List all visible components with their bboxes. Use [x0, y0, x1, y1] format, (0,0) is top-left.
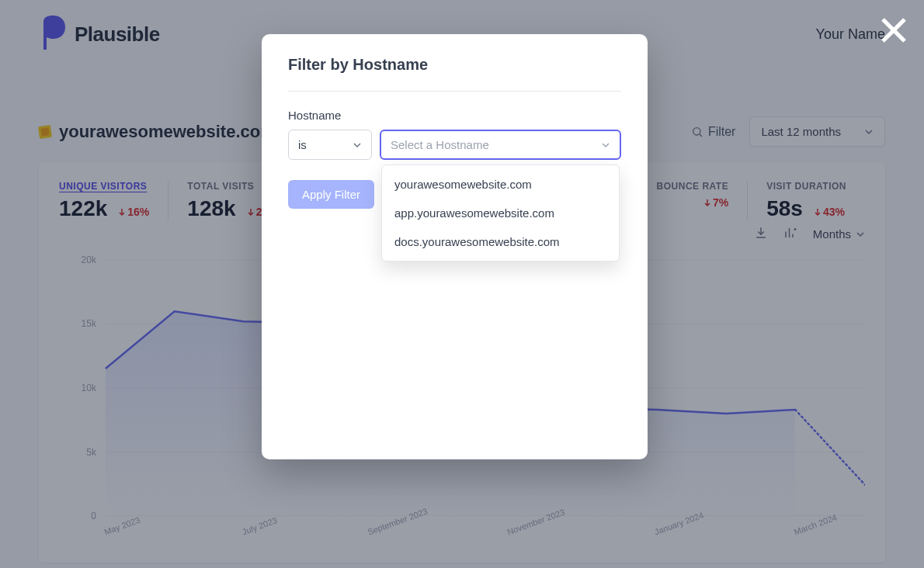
hostname-field-label: Hostname: [288, 109, 621, 122]
chevron-down-icon: [353, 140, 362, 150]
close-button[interactable]: [877, 14, 910, 50]
operator-value: is: [298, 138, 307, 151]
operator-select[interactable]: is: [288, 130, 372, 160]
combobox-placeholder: Select a Hostname: [391, 138, 489, 151]
apply-filter-button[interactable]: Apply Filter: [288, 180, 374, 209]
chevron-down-icon: [601, 140, 610, 150]
hostname-option[interactable]: app.yourawesomewebsite.com: [382, 199, 619, 227]
modal-title: Filter by Hostname: [288, 56, 621, 74]
divider: [288, 91, 621, 92]
hostname-option[interactable]: yourawesomewebsite.com: [382, 170, 619, 199]
filter-row: is Select a Hostname yourawesomewebsite.…: [288, 130, 621, 160]
close-icon: [877, 14, 910, 47]
filter-modal: Filter by Hostname Hostname is Select a …: [262, 34, 648, 459]
modal-overlay[interactable]: Filter by Hostname Hostname is Select a …: [0, 0, 924, 568]
hostname-combobox[interactable]: Select a Hostname yourawesomewebsite.com…: [380, 130, 621, 160]
hostname-option[interactable]: docs.yourawesomewebsite.com: [382, 227, 619, 256]
hostname-dropdown: yourawesomewebsite.com app.yourawesomewe…: [381, 165, 620, 261]
